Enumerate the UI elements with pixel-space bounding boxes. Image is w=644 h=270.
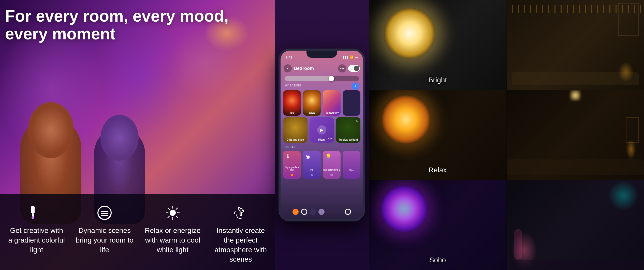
soho-floor xyxy=(507,260,644,270)
panel-soho-room-section xyxy=(506,180,644,270)
brightness-fill xyxy=(285,76,333,81)
teal-light xyxy=(608,180,639,211)
scene-ibiza-name: Ibiza xyxy=(303,111,321,114)
wifi-icon: 📶 xyxy=(350,55,354,59)
dot-orange xyxy=(292,209,299,215)
light-card-iris[interactable]: ◉ Iris xyxy=(303,151,321,179)
lights-label: LIGHTS xyxy=(285,146,296,148)
paintbrush-icon xyxy=(28,204,46,222)
panel-relax-room-section xyxy=(506,90,644,180)
back-button[interactable]: ‹ xyxy=(284,64,292,72)
dot-light xyxy=(318,209,325,215)
relax-label: Relax xyxy=(369,166,506,174)
phone-frame: 9:41 ▐▐▐ 📶 ▬ ‹ Bedroom ••• xyxy=(279,49,365,221)
feature-dynamic-text: Dynamic scenes bring your room to life xyxy=(76,226,134,254)
scene-card-ibiza[interactable]: Ibiza xyxy=(303,90,321,116)
svg-line-13 xyxy=(176,216,178,218)
feature-dynamic: Dynamic scenes bring your room to life xyxy=(71,204,139,254)
scene-glitz-name: Glitz and glam xyxy=(283,138,308,141)
lights-grid: 🌡 Signe gradient floor ◉ Iris 💡 Hue colo… xyxy=(283,151,360,179)
scene-card-tropical[interactable]: ✎ Tropical twilight xyxy=(336,117,360,143)
iris-name: Iris xyxy=(303,169,321,171)
svg-rect-2 xyxy=(32,216,34,219)
room-title: Bedroom xyxy=(294,66,336,71)
svg-rect-1 xyxy=(32,213,34,217)
light-card-hue-extra[interactable]: Hu... xyxy=(343,151,360,179)
iris-dot xyxy=(311,174,313,176)
phone-showcase-section: 9:41 ▐▐▐ 📶 ▬ ‹ Bedroom ••• xyxy=(275,0,369,270)
panel-soho-glow-section: Soho xyxy=(369,180,506,270)
relax-room-decoration xyxy=(507,90,644,180)
feature-scenes: Instantly create the perfect atmosphere … xyxy=(207,204,275,264)
battery-icon: ▬ xyxy=(355,56,358,59)
bright-room-decoration xyxy=(507,0,644,90)
room-toggle[interactable] xyxy=(348,65,360,72)
bright-label: Bright xyxy=(369,76,506,84)
soho-glow xyxy=(380,185,428,232)
brightness-slider[interactable] xyxy=(285,76,359,81)
svg-line-14 xyxy=(176,208,178,209)
warm-floor-light xyxy=(618,62,634,82)
svg-rect-6 xyxy=(101,215,108,216)
window-frame xyxy=(618,3,639,36)
main-headline: For every room, every mood, every moment xyxy=(5,7,254,43)
scene-card-painted-sky[interactable]: Painted sky xyxy=(323,90,341,116)
scene-card-extra[interactable] xyxy=(343,90,360,116)
hue-lamp-dot xyxy=(330,174,333,176)
lines-icon xyxy=(96,204,113,222)
feature-bar: Get creative with a gradient colorful li… xyxy=(0,194,275,270)
relax-sofa xyxy=(507,159,644,175)
scene-card-miami[interactable]: ▶ Miami ••• xyxy=(310,117,334,143)
scene-tropical-name: Tropical twilight xyxy=(336,138,360,141)
light-card-hue-lamp[interactable]: 💡 Hue color lamp 1 xyxy=(323,151,341,179)
light-card-signe[interactable]: 🌡 Signe gradient floor xyxy=(283,151,301,179)
left-hero-section: For every room, every mood, every moment… xyxy=(0,0,275,270)
miami-more-dots[interactable]: ••• xyxy=(328,137,332,141)
feature-gradient-text: Get creative with a gradient colorful li… xyxy=(8,226,66,254)
phone-notch xyxy=(306,51,337,58)
phone-indicator-dots xyxy=(281,209,363,215)
soho-room-decoration xyxy=(507,180,644,270)
signal-icon: ▐▐▐ xyxy=(342,56,348,59)
feature-scenes-text: Instantly create the perfect atmosphere … xyxy=(212,226,270,264)
panel-bright-glow-section: Bright xyxy=(369,0,506,90)
room-panels-section: Bright Relax Soho xyxy=(369,0,644,270)
feature-warmcool-text: Relax or energize with warm to cool whit… xyxy=(144,226,202,254)
dot-outline-1 xyxy=(301,209,307,215)
iris-icon: ◉ xyxy=(305,154,310,159)
svg-rect-4 xyxy=(101,211,108,212)
sun-icon xyxy=(164,204,182,222)
panel-relax-glow-section: Relax xyxy=(369,90,506,180)
tropical-edit-icon[interactable]: ✎ xyxy=(355,119,358,123)
scene-card-rio[interactable]: Rio xyxy=(283,90,301,116)
extra-thumbnail xyxy=(343,90,360,116)
panel-bright-room-section xyxy=(506,0,644,90)
phone-time: 9:41 xyxy=(286,55,292,59)
hue-lamp-icon: 💡 xyxy=(325,154,332,159)
svg-rect-5 xyxy=(101,213,108,214)
signe-icon: 🌡 xyxy=(286,153,291,159)
scenes-grid-row1: Rio Ibiza Painted sky xyxy=(283,90,360,116)
scene-rio-name: Rio xyxy=(283,111,301,114)
bright-glow xyxy=(384,8,435,59)
dot-outline-2 xyxy=(345,209,351,215)
phone-screen: 9:41 ▐▐▐ 📶 ▬ ‹ Bedroom ••• xyxy=(281,51,363,219)
scene-card-glitz[interactable]: Glitz and glam xyxy=(283,117,308,143)
svg-line-12 xyxy=(168,208,169,209)
phone-wrapper: 9:41 ▐▐▐ 📶 ▬ ‹ Bedroom ••• xyxy=(279,49,365,221)
touch-icon xyxy=(232,204,250,222)
scenes-grid-row2: Glitz and glam ▶ Miami ••• ✎ Tropical tw… xyxy=(283,117,360,143)
hue-extra-name: Hu... xyxy=(343,169,360,171)
add-scene-button[interactable]: + xyxy=(352,83,359,90)
miami-play-button[interactable]: ▶ xyxy=(317,125,326,134)
floor-lamp-light xyxy=(626,139,636,159)
warm-ceiling-light xyxy=(570,90,580,100)
hue-lamp-name: Hue color lamp 1 xyxy=(323,169,341,171)
more-button[interactable]: ••• xyxy=(338,64,346,72)
svg-line-15 xyxy=(168,216,169,218)
soho-label: Soho xyxy=(369,256,506,264)
my-scenes-label: MY SCENES xyxy=(285,84,302,87)
brightness-thumb[interactable] xyxy=(329,76,334,81)
phone-status-icons: ▐▐▐ 📶 ▬ xyxy=(342,55,358,59)
feature-warm-cool: Relax or energize with warm to cool whit… xyxy=(139,204,207,254)
